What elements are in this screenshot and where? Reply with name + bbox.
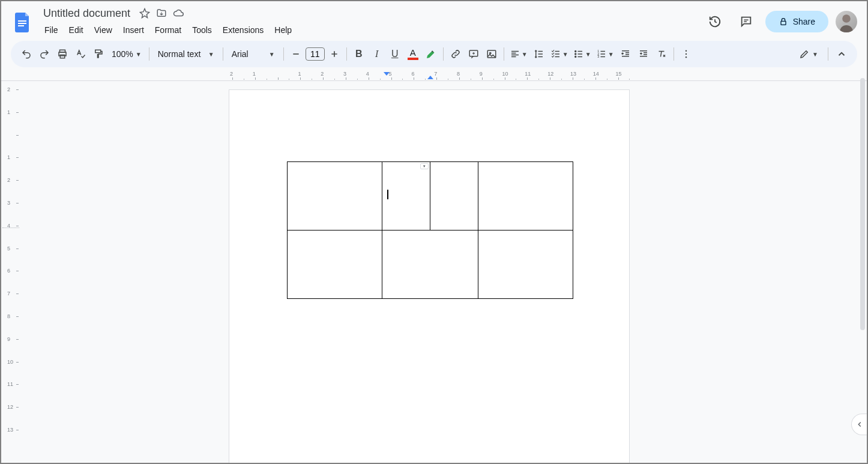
chevron-down-icon: ▼: [585, 51, 591, 58]
align-button[interactable]: ▼: [508, 46, 529, 62]
paragraph-style-select[interactable]: Normal text ▼: [153, 46, 219, 62]
share-button[interactable]: Share: [765, 11, 828, 32]
document-viewport[interactable]: ▾: [22, 81, 867, 464]
ruler-tick: 9: [482, 71, 505, 80]
title-area: Untitled document File Edit View Insert …: [40, 5, 703, 38]
spellcheck-button[interactable]: [72, 46, 89, 62]
menu-extensions[interactable]: Extensions: [218, 23, 268, 37]
vertical-ruler[interactable]: 2112345678910111213: [1, 81, 22, 464]
avatar[interactable]: [836, 11, 857, 32]
font-size-input[interactable]: [306, 47, 325, 61]
cloud-status-icon[interactable]: [172, 7, 184, 19]
content-area: 2112345678910111213 ▾: [1, 81, 867, 464]
ruler-tick: 15: [618, 71, 641, 80]
ruler-tick: 13: [573, 71, 595, 80]
share-label: Share: [793, 17, 815, 26]
table-row[interactable]: ▾: [288, 162, 573, 230]
increase-indent-button[interactable]: [635, 46, 652, 62]
table-cell[interactable]: [430, 162, 478, 230]
ruler-tick: 7: [1, 294, 22, 316]
underline-button[interactable]: U: [387, 46, 403, 62]
first-line-indent-marker[interactable]: [383, 71, 390, 76]
italic-button[interactable]: I: [369, 46, 385, 62]
ruler-tick: 2: [1, 180, 22, 203]
svg-point-12: [575, 51, 576, 52]
numbered-list-button[interactable]: 123 ▼: [594, 46, 616, 62]
horizontal-ruler[interactable]: 21123456789101112131415: [22, 71, 867, 80]
ruler-tick: 2: [1, 89, 22, 112]
line-spacing-button[interactable]: [531, 46, 547, 62]
menu-insert[interactable]: Insert: [118, 23, 149, 37]
paint-format-button[interactable]: [90, 46, 107, 62]
svg-rect-1: [18, 23, 26, 24]
ruler-tick: 1: [1, 157, 22, 180]
menu-tools[interactable]: Tools: [187, 23, 217, 37]
page[interactable]: ▾: [229, 89, 630, 464]
right-indent-marker[interactable]: [427, 75, 434, 80]
scrollbar-thumb[interactable]: [860, 78, 865, 330]
history-icon[interactable]: [703, 10, 727, 34]
text-color-button[interactable]: A: [405, 46, 421, 62]
menu-file[interactable]: File: [40, 23, 63, 37]
table-row[interactable]: [288, 230, 573, 299]
table-cell-active[interactable]: ▾: [382, 162, 430, 230]
ruler-tick: 6: [1, 271, 22, 294]
zoom-select[interactable]: 100% ▼: [108, 46, 145, 62]
decrease-font-size-button[interactable]: [288, 46, 304, 62]
insert-image-button[interactable]: [483, 46, 500, 62]
svg-rect-3: [781, 21, 786, 25]
comments-icon[interactable]: [734, 10, 758, 34]
table-cell[interactable]: [478, 230, 573, 299]
menu-view[interactable]: View: [89, 23, 117, 37]
svg-point-19: [686, 53, 687, 55]
more-button[interactable]: [678, 46, 695, 62]
zoom-value: 100%: [112, 49, 133, 59]
ruler-tick: 4: [1, 226, 22, 249]
ruler-tick: 1: [300, 71, 323, 80]
svg-point-13: [575, 53, 576, 55]
editing-mode-button[interactable]: ▼: [794, 46, 823, 62]
vertical-scrollbar[interactable]: [860, 78, 866, 414]
add-comment-button[interactable]: [465, 46, 482, 62]
increase-font-size-button[interactable]: [326, 46, 343, 62]
table-cell[interactable]: [288, 230, 382, 299]
title-row: Untitled document: [40, 5, 703, 21]
ruler-tick: 12: [550, 71, 573, 80]
menu-format[interactable]: Format: [150, 23, 186, 37]
separator: [828, 47, 828, 61]
clear-formatting-button[interactable]: [653, 46, 670, 62]
menu-edit[interactable]: Edit: [64, 23, 88, 37]
doc-title[interactable]: Untitled document: [40, 6, 134, 21]
menu-help[interactable]: Help: [270, 23, 297, 37]
checklist-button[interactable]: ▼: [549, 46, 570, 62]
move-icon[interactable]: [155, 7, 167, 19]
decrease-indent-button[interactable]: [617, 46, 634, 62]
font-select[interactable]: Arial ▼: [227, 46, 280, 62]
cell-options-icon[interactable]: ▾: [420, 163, 429, 169]
table-cell[interactable]: [288, 162, 382, 230]
chevron-down-icon: ▼: [562, 51, 568, 58]
toolbar-right: ▼: [794, 46, 850, 62]
header-bar: Untitled document File Edit View Insert …: [1, 1, 867, 37]
text-color-swatch: [408, 58, 418, 60]
undo-button[interactable]: [18, 46, 35, 62]
table-cell[interactable]: [382, 230, 478, 299]
redo-button[interactable]: [36, 46, 53, 62]
table-cell[interactable]: [478, 162, 573, 230]
ruler-tick: 3: [1, 203, 22, 226]
ruler-tick: 5: [391, 71, 414, 80]
chevron-down-icon: ▼: [812, 51, 818, 58]
ruler-tick: 13: [1, 430, 22, 453]
lock-icon: [779, 17, 788, 26]
bold-button[interactable]: B: [351, 46, 367, 62]
docs-logo[interactable]: [11, 10, 35, 34]
ruler-tick: [278, 71, 301, 80]
print-button[interactable]: [54, 46, 71, 62]
collapse-toolbar-button[interactable]: [833, 46, 850, 62]
star-icon[interactable]: [139, 7, 151, 19]
separator: [223, 47, 223, 61]
highlight-button[interactable]: [423, 46, 439, 62]
insert-link-button[interactable]: [447, 46, 464, 62]
document-table[interactable]: ▾: [287, 161, 573, 299]
bulleted-list-button[interactable]: ▼: [571, 46, 593, 62]
